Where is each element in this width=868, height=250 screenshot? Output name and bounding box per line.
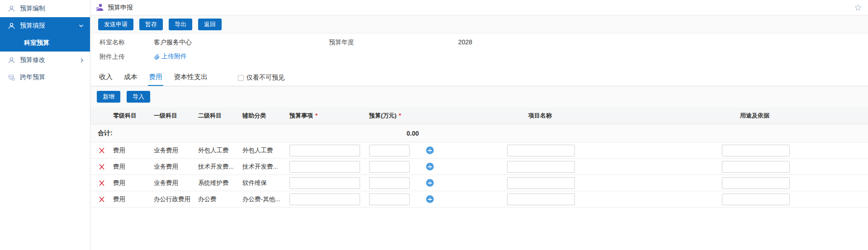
budget-amount-input[interactable] <box>369 177 410 189</box>
user-icon <box>8 22 15 30</box>
project-name-input[interactable] <box>507 193 575 205</box>
usage-basis-input[interactable] <box>722 177 790 189</box>
cell-level0: 费用 <box>113 179 154 187</box>
upload-attachment-link[interactable]: 上传附件 <box>154 52 187 61</box>
table-row: 费用 业务费用 技术开发费... 技术开发费... <box>90 159 868 175</box>
total-label: 合计: <box>90 129 113 137</box>
tab-expense[interactable]: 费用 <box>148 73 163 86</box>
budget-year-label: 预算年度 <box>329 38 354 47</box>
checkbox-label: 仅看不可预见 <box>247 74 285 82</box>
tab-bar: 收入 成本 费用 资本性支出 仅看不可预见 <box>90 70 868 86</box>
sidebar-item-label: 跨年预算 <box>20 73 45 81</box>
delete-row-icon[interactable] <box>90 163 113 170</box>
cell-aux: 外包人工费 <box>242 146 289 155</box>
cell-level2: 办公费 <box>198 195 242 203</box>
delete-row-icon[interactable] <box>90 179 113 187</box>
import-button[interactable]: 导入 <box>127 91 150 103</box>
export-button[interactable]: 导出 <box>169 19 192 30</box>
page-title: 预算申报 <box>108 4 133 12</box>
cell-aux: 软件维保 <box>242 179 289 187</box>
project-name-input[interactable] <box>507 145 575 156</box>
table-row: 费用 办公行政费用 办公费 办公费-其他... <box>90 191 868 208</box>
required-asterisk: * <box>399 112 401 119</box>
column-budget-amount: 预算(万元)* <box>369 112 421 120</box>
cell-aux: 技术开发费... <box>242 163 289 171</box>
paperclip-icon <box>154 53 160 60</box>
budget-amount-input[interactable] <box>369 193 410 205</box>
sidebar-item-cross-year-budget[interactable]: 跨年预算 <box>0 69 90 86</box>
upload-attachment-text: 上传附件 <box>161 52 187 61</box>
sidebar-item-label: 科室预算 <box>24 39 49 47</box>
tab-capital-expenditure[interactable]: 资本性支出 <box>173 73 209 86</box>
table-action-bar: 新增 导入 <box>90 86 868 107</box>
column-project-name: 项目名称 <box>439 112 643 120</box>
cell-level2: 系统维护费 <box>198 179 242 187</box>
dept-name-value: 客户服务中心 <box>154 38 192 47</box>
send-request-button[interactable]: 发送申请 <box>98 19 133 30</box>
user-icon <box>8 5 15 13</box>
total-value: 0.00 <box>369 130 421 137</box>
sidebar-item-budget-fill[interactable]: 预算填报 <box>0 17 90 34</box>
column-budget-item: 预算事项* <box>289 112 369 120</box>
tab-income[interactable]: 收入 <box>98 73 114 86</box>
add-detail-icon[interactable] <box>426 146 434 154</box>
column-level2: 二级科目 <box>198 112 242 120</box>
unforeseen-only-checkbox[interactable]: 仅看不可预见 <box>238 74 285 86</box>
budget-item-input[interactable] <box>289 145 360 156</box>
budget-item-input[interactable] <box>289 193 360 205</box>
cell-level1: 业务费用 <box>154 163 198 171</box>
form-area: 科室名称 客户服务中心 预算年度 2028 附件上传 上传附件 <box>90 33 868 70</box>
budget-item-input[interactable] <box>289 177 360 189</box>
chevron-right-icon <box>80 58 84 63</box>
chevron-down-icon <box>79 24 84 28</box>
usage-basis-input[interactable] <box>722 145 790 156</box>
cell-level1: 业务费用 <box>154 179 198 187</box>
cell-level2: 技术开发费... <box>198 163 242 171</box>
table-header-row: 零级科目 一级科目 二级科目 辅助分类 预算事项* 预算(万元)* 项目名称 用… <box>90 107 868 124</box>
cell-level0: 费用 <box>113 163 154 171</box>
cell-level2: 外包人工费 <box>198 146 242 155</box>
sidebar-item-budget-modify[interactable]: 预算修改 <box>0 52 90 69</box>
checkbox-icon[interactable] <box>238 75 244 81</box>
sidebar-item-label: 预算填报 <box>20 22 45 30</box>
toolbar: 发送申请 暂存 导出 返回 <box>90 15 868 33</box>
cell-aux: 办公费-其他... <box>242 195 289 203</box>
add-row-button[interactable]: 新增 <box>97 91 120 103</box>
table-row: 费用 业务费用 系统维护费 软件维保 <box>90 175 868 191</box>
budget-year-value: 2028 <box>458 38 472 46</box>
usage-basis-input[interactable] <box>722 161 790 173</box>
page-header: 预算申报 <box>90 0 868 15</box>
project-name-input[interactable] <box>507 177 575 189</box>
cell-level1: 办公行政费用 <box>154 195 198 203</box>
column-usage-basis: 用途及依据 <box>643 112 868 120</box>
favorite-star-icon[interactable] <box>854 4 862 11</box>
tab-cost[interactable]: 成本 <box>123 73 138 86</box>
sidebar-item-budget-compile[interactable]: 预算编制 <box>0 0 90 17</box>
column-aux: 辅助分类 <box>242 112 289 120</box>
add-detail-icon[interactable] <box>426 163 434 170</box>
project-name-input[interactable] <box>507 161 575 173</box>
delete-row-icon[interactable] <box>90 147 113 154</box>
coins-icon <box>8 74 15 81</box>
sidebar-item-dept-budget[interactable]: 科室预算 <box>0 34 90 52</box>
cell-level1: 业务费用 <box>154 146 198 155</box>
budget-declare-icon <box>96 3 104 12</box>
add-detail-icon[interactable] <box>426 179 434 187</box>
budget-amount-input[interactable] <box>369 161 410 173</box>
dept-name-label: 科室名称 <box>100 38 125 47</box>
total-row: 合计: 0.00 <box>90 124 868 142</box>
sidebar-item-label: 预算修改 <box>20 56 45 64</box>
budget-amount-input[interactable] <box>369 145 410 156</box>
attachment-label: 附件上传 <box>100 53 125 61</box>
usage-basis-input[interactable] <box>722 193 790 205</box>
delete-row-icon[interactable] <box>90 196 113 203</box>
add-detail-icon[interactable] <box>426 195 434 203</box>
cell-level0: 费用 <box>113 195 154 203</box>
sidebar-item-label: 预算编制 <box>20 5 45 13</box>
required-asterisk: * <box>315 112 318 119</box>
budget-item-input[interactable] <box>289 161 360 173</box>
table-row: 费用 业务费用 外包人工费 外包人工费 <box>90 142 868 159</box>
back-button[interactable]: 返回 <box>198 19 222 30</box>
sidebar: 预算编制 预算填报 科室预算 预算修改 跨年预算 <box>0 0 90 250</box>
save-draft-button[interactable]: 暂存 <box>139 19 163 30</box>
